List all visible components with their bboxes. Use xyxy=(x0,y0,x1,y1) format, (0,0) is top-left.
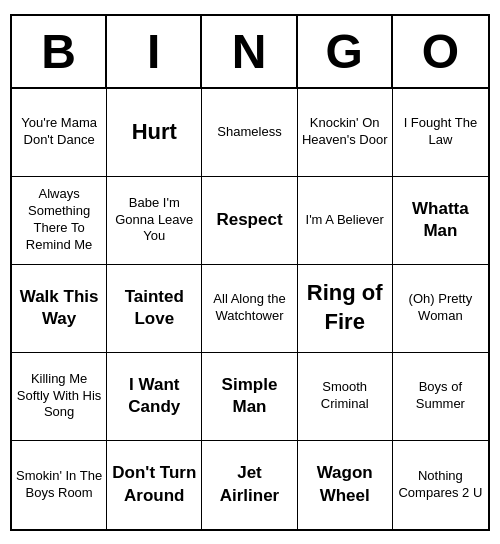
bingo-cell-3[interactable]: Knockin' On Heaven's Door xyxy=(298,89,393,177)
cell-text-9: Whatta Man xyxy=(397,198,484,242)
cell-text-4: I Fought The Law xyxy=(397,115,484,149)
bingo-cell-18[interactable]: Smooth Criminal xyxy=(298,353,393,441)
cell-text-11: Tainted Love xyxy=(111,286,197,330)
cell-text-10: Walk This Way xyxy=(16,286,102,330)
cell-text-20: Smokin' In The Boys Room xyxy=(16,468,102,502)
bingo-letter-o: O xyxy=(393,16,488,87)
cell-text-16: I Want Candy xyxy=(111,374,197,418)
bingo-cell-7[interactable]: Respect xyxy=(202,177,297,265)
bingo-header: BINGO xyxy=(12,16,488,89)
bingo-cell-5[interactable]: Always Something There To Remind Me xyxy=(12,177,107,265)
cell-text-21: Don't Turn Around xyxy=(111,462,197,506)
bingo-cell-1[interactable]: Hurt xyxy=(107,89,202,177)
bingo-cell-2[interactable]: Shameless xyxy=(202,89,297,177)
cell-text-23: Wagon Wheel xyxy=(302,462,388,506)
bingo-cell-11[interactable]: Tainted Love xyxy=(107,265,202,353)
cell-text-2: Shameless xyxy=(217,124,281,141)
bingo-cell-6[interactable]: Babe I'm Gonna Leave You xyxy=(107,177,202,265)
cell-text-15: Killing Me Softly With His Song xyxy=(16,371,102,422)
bingo-letter-g: G xyxy=(298,16,393,87)
cell-text-7: Respect xyxy=(216,209,282,231)
bingo-cell-13[interactable]: Ring of Fire xyxy=(298,265,393,353)
cell-text-3: Knockin' On Heaven's Door xyxy=(302,115,388,149)
cell-text-18: Smooth Criminal xyxy=(302,379,388,413)
bingo-cell-0[interactable]: You're Mama Don't Dance xyxy=(12,89,107,177)
cell-text-8: I'm A Believer xyxy=(306,212,384,229)
cell-text-19: Boys of Summer xyxy=(397,379,484,413)
bingo-cell-19[interactable]: Boys of Summer xyxy=(393,353,488,441)
bingo-cell-24[interactable]: Nothing Compares 2 U xyxy=(393,441,488,529)
bingo-letter-b: B xyxy=(12,16,107,87)
cell-text-14: (Oh) Pretty Woman xyxy=(397,291,484,325)
bingo-cell-16[interactable]: I Want Candy xyxy=(107,353,202,441)
cell-text-24: Nothing Compares 2 U xyxy=(397,468,484,502)
cell-text-5: Always Something There To Remind Me xyxy=(16,186,102,254)
bingo-cell-9[interactable]: Whatta Man xyxy=(393,177,488,265)
bingo-cell-17[interactable]: Simple Man xyxy=(202,353,297,441)
bingo-cell-10[interactable]: Walk This Way xyxy=(12,265,107,353)
bingo-letter-i: I xyxy=(107,16,202,87)
bingo-cell-15[interactable]: Killing Me Softly With His Song xyxy=(12,353,107,441)
bingo-cell-21[interactable]: Don't Turn Around xyxy=(107,441,202,529)
cell-text-1: Hurt xyxy=(132,118,177,147)
bingo-cell-4[interactable]: I Fought The Law xyxy=(393,89,488,177)
bingo-cell-22[interactable]: Jet Airliner xyxy=(202,441,297,529)
bingo-grid: You're Mama Don't DanceHurtShamelessKnoc… xyxy=(12,89,488,529)
bingo-cell-14[interactable]: (Oh) Pretty Woman xyxy=(393,265,488,353)
bingo-cell-12[interactable]: All Along the Watchtower xyxy=(202,265,297,353)
cell-text-12: All Along the Watchtower xyxy=(206,291,292,325)
bingo-cell-23[interactable]: Wagon Wheel xyxy=(298,441,393,529)
cell-text-13: Ring of Fire xyxy=(302,279,388,336)
cell-text-22: Jet Airliner xyxy=(206,462,292,506)
cell-text-0: You're Mama Don't Dance xyxy=(16,115,102,149)
bingo-card: BINGO You're Mama Don't DanceHurtShamele… xyxy=(10,14,490,531)
bingo-cell-8[interactable]: I'm A Believer xyxy=(298,177,393,265)
bingo-letter-n: N xyxy=(202,16,297,87)
cell-text-6: Babe I'm Gonna Leave You xyxy=(111,195,197,246)
bingo-cell-20[interactable]: Smokin' In The Boys Room xyxy=(12,441,107,529)
cell-text-17: Simple Man xyxy=(206,374,292,418)
